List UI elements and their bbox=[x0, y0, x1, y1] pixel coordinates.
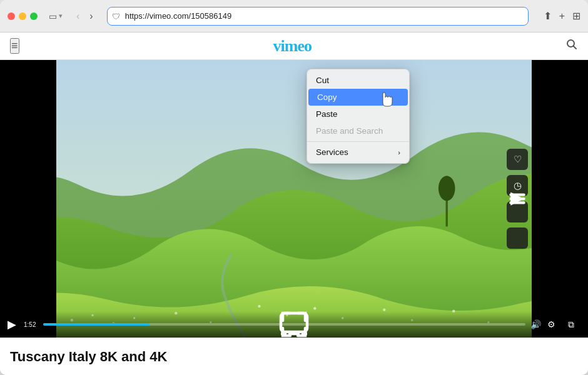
hamburger-menu-button[interactable]: ≡ bbox=[10, 38, 19, 54]
search-icon bbox=[565, 38, 578, 51]
paste-label: Paste bbox=[316, 109, 338, 119]
context-menu-divider bbox=[307, 141, 409, 142]
back-button[interactable]: ‹ bbox=[73, 9, 83, 23]
context-menu-paste-search: Paste and Search bbox=[307, 122, 409, 139]
sidebar-toggle[interactable]: ▭ ▾ bbox=[49, 11, 63, 21]
video-background: ♡ ◷ ▶ 1:52 bbox=[0, 60, 588, 338]
context-menu-cut[interactable]: Cut bbox=[307, 72, 409, 89]
cut-label: Cut bbox=[316, 76, 329, 85]
address-bar-container: 🛡 bbox=[107, 7, 529, 26]
address-bar[interactable] bbox=[107, 7, 529, 26]
page-toolbar: ≡ vimeo bbox=[0, 32, 588, 60]
title-bar: ▭ ▾ ‹ › 🛡 ⬆ + ⊞ bbox=[0, 0, 588, 32]
search-button[interactable] bbox=[565, 38, 578, 54]
browser-window: ▭ ▾ ‹ › 🛡 ⬆ + ⊞ ≡ vimeo bbox=[0, 0, 588, 375]
minimize-button[interactable] bbox=[19, 12, 26, 20]
shield-icon: 🛡 bbox=[112, 11, 120, 21]
video-controls: ▶ 1:52 🔊 ⚙ ⧉ bbox=[0, 311, 588, 338]
sidebar-toggle-icon: ▭ bbox=[49, 11, 57, 21]
browser-actions: ⬆ + ⊞ bbox=[544, 10, 580, 22]
context-menu-copy[interactable]: Copy bbox=[308, 89, 408, 106]
forward-button[interactable]: › bbox=[86, 9, 96, 23]
services-chevron-icon: › bbox=[398, 149, 400, 156]
nav-buttons: ‹ › bbox=[73, 9, 97, 23]
context-menu: Cut Copy Paste Paste and Search Services… bbox=[307, 69, 410, 164]
landscape-svg bbox=[0, 60, 588, 338]
left-black-bar bbox=[0, 60, 56, 338]
grid-button[interactable]: ⊞ bbox=[572, 10, 580, 22]
context-menu-paste[interactable]: Paste bbox=[307, 106, 409, 122]
context-menu-services[interactable]: Services › bbox=[307, 144, 409, 161]
svg-point-11 bbox=[313, 307, 316, 309]
video-title-bar: Tuscany Italy 8K and 4K bbox=[0, 338, 588, 375]
vimeo-logo: vimeo bbox=[273, 37, 312, 56]
fullscreen-svg-icon bbox=[0, 311, 588, 338]
video-sidebar: ♡ ◷ bbox=[507, 149, 528, 249]
send-button[interactable] bbox=[507, 228, 528, 249]
video-title: Tuscany Italy 8K and 4K bbox=[10, 349, 167, 365]
svg-line-1 bbox=[574, 46, 577, 49]
traffic-lights bbox=[8, 12, 38, 20]
svg-point-9 bbox=[258, 305, 260, 308]
video-area: ♡ ◷ ▶ 1:52 bbox=[0, 60, 588, 338]
maximize-button[interactable] bbox=[30, 12, 38, 20]
new-tab-button[interactable]: + bbox=[559, 11, 565, 22]
send-icon bbox=[507, 149, 528, 249]
right-black-bar bbox=[532, 60, 588, 338]
close-button[interactable] bbox=[8, 12, 15, 20]
control-icons: 🔊 ⚙ ⧉ bbox=[530, 319, 580, 330]
sidebar-toggle-chevron: ▾ bbox=[59, 12, 63, 20]
svg-point-18 bbox=[438, 176, 455, 201]
paste-search-label: Paste and Search bbox=[316, 126, 383, 136]
share-button[interactable]: ⬆ bbox=[544, 10, 552, 22]
copy-label: Copy bbox=[317, 92, 337, 102]
services-label: Services bbox=[316, 148, 348, 157]
